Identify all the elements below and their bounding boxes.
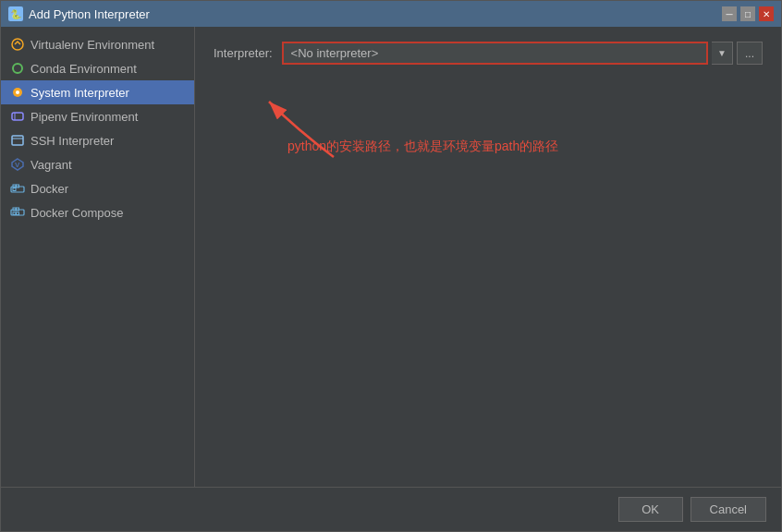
annotation-arrow — [260, 92, 371, 166]
docker-compose-icon — [10, 205, 25, 220]
window-icon: 🐍 — [8, 6, 23, 21]
sidebar-item-label: Pipenv Environment — [31, 110, 138, 124]
sidebar-item-label: SSH Interpreter — [31, 134, 114, 148]
main-panel: Interpreter: <No interpreter> ▼ ... — [195, 27, 781, 487]
sidebar-item-label: Conda Environment — [31, 62, 137, 76]
interpreter-label: Interpreter: — [214, 46, 273, 60]
svg-point-0 — [12, 39, 23, 50]
virtualenv-icon — [10, 37, 25, 52]
annotation-text: python的安装路径，也就是环境变量path的路径 — [287, 139, 558, 155]
svg-text:V: V — [15, 161, 20, 169]
pipenv-icon — [10, 109, 25, 124]
svg-point-3 — [16, 91, 19, 94]
interpreter-select[interactable]: <No interpreter> — [282, 42, 708, 65]
svg-rect-17 — [13, 212, 16, 215]
window-title: Add Python Interpreter — [29, 7, 150, 21]
sidebar-item-label: System Interpreter — [31, 86, 129, 100]
svg-rect-13 — [13, 188, 16, 191]
svg-rect-18 — [17, 212, 19, 215]
svg-rect-6 — [12, 136, 23, 145]
sidebar-item-label: Docker Compose — [31, 206, 123, 220]
sidebar-item-system[interactable]: System Interpreter — [1, 80, 194, 104]
main-window: 🐍 Add Python Interpreter ─ □ ✕ Virtualen… — [0, 0, 782, 532]
title-bar-left: 🐍 Add Python Interpreter — [8, 6, 150, 21]
maximize-button[interactable]: □ — [740, 6, 755, 21]
sidebar-item-vagrant[interactable]: V Vagrant — [1, 152, 194, 176]
sidebar-item-label: Docker — [31, 182, 68, 196]
svg-rect-4 — [12, 113, 23, 120]
interpreter-row: Interpreter: <No interpreter> ▼ ... — [214, 42, 763, 65]
minimize-button[interactable]: ─ — [722, 6, 737, 21]
interpreter-select-wrapper: <No interpreter> ▼ ... — [282, 42, 763, 65]
footer: OK Cancel — [1, 487, 781, 531]
content-area: Virtualenv Environment Conda Environment — [1, 27, 781, 487]
title-bar: 🐍 Add Python Interpreter ─ □ ✕ — [1, 1, 781, 27]
sidebar-item-label: Vagrant — [31, 158, 72, 172]
sidebar-item-virtualenv[interactable]: Virtualenv Environment — [1, 32, 194, 56]
conda-icon — [10, 61, 25, 76]
sidebar-item-ssh[interactable]: SSH Interpreter — [1, 128, 194, 152]
system-icon — [10, 85, 25, 100]
cancel-button[interactable]: Cancel — [690, 497, 766, 522]
close-button[interactable]: ✕ — [759, 6, 774, 21]
svg-point-1 — [13, 64, 22, 73]
vagrant-icon: V — [10, 157, 25, 172]
docker-icon — [10, 181, 25, 196]
ok-button[interactable]: OK — [618, 497, 683, 522]
sidebar: Virtualenv Environment Conda Environment — [1, 27, 195, 487]
ssh-icon — [10, 133, 25, 148]
annotation-container: python的安装路径，也就是环境变量path的路径 — [214, 92, 763, 472]
interpreter-browse-button[interactable]: ... — [737, 42, 763, 65]
sidebar-item-label: Virtualenv Environment — [31, 38, 154, 52]
sidebar-item-docker-compose[interactable]: Docker Compose — [1, 200, 194, 224]
interpreter-dropdown-button[interactable]: ▼ — [712, 42, 733, 65]
sidebar-item-docker[interactable]: Docker — [1, 176, 194, 200]
sidebar-item-conda[interactable]: Conda Environment — [1, 56, 194, 80]
sidebar-item-pipenv[interactable]: Pipenv Environment — [1, 104, 194, 128]
title-bar-controls: ─ □ ✕ — [722, 6, 774, 21]
